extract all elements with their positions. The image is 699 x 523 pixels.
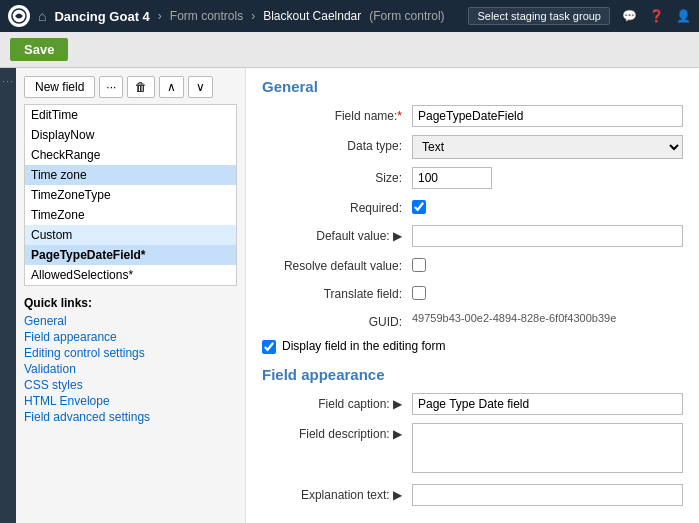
savebar: Save xyxy=(0,32,699,68)
left-panel: New field ··· 🗑 ∧ ∨ EditTime DisplayNow … xyxy=(16,68,246,523)
field-item-custom[interactable]: Custom xyxy=(25,225,236,245)
topbar-right: Select staging task group 💬 ❓ 👤 xyxy=(468,7,691,25)
staging-group-selector[interactable]: Select staging task group xyxy=(468,7,610,25)
guid-value: 49759b43-00e2-4894-828e-6f0f4300b39e xyxy=(412,311,683,325)
delete-field-button[interactable]: 🗑 xyxy=(127,76,155,98)
ql-validation[interactable]: Validation xyxy=(24,362,237,376)
breadcrumb-form-controls[interactable]: Form controls xyxy=(170,9,243,23)
more-options-button[interactable]: ··· xyxy=(99,76,123,98)
fields-toolbar: New field ··· 🗑 ∧ ∨ xyxy=(24,76,237,98)
required-value xyxy=(412,197,683,217)
explanation-text-label: Explanation text: ▶ xyxy=(262,484,412,502)
translate-field-label: Translate field: xyxy=(262,283,412,301)
data-type-select[interactable]: Text Integer DateTime Boolean xyxy=(412,135,683,159)
ql-css-styles[interactable]: CSS styles xyxy=(24,378,237,392)
default-value-row: Default value: ▶ xyxy=(262,225,683,247)
default-value-input[interactable] xyxy=(412,225,683,247)
field-description-value xyxy=(412,423,683,476)
home-icon[interactable]: ⌂ xyxy=(38,8,46,24)
resolve-default-label: Resolve default value: xyxy=(262,255,412,273)
breadcrumb-sep2: › xyxy=(251,9,255,23)
guid-text: 49759b43-00e2-4894-828e-6f0f4300b39e xyxy=(412,309,616,324)
field-description-row: Field description: ▶ xyxy=(262,423,683,476)
breadcrumb-sub: (Form control) xyxy=(369,9,444,23)
display-field-row: Display field in the editing form xyxy=(262,337,683,354)
guid-label: GUID: xyxy=(262,311,412,329)
fields-container: EditTime DisplayNow CheckRange Time zone… xyxy=(24,104,237,286)
breadcrumb-blackout[interactable]: Blackout Caelndar xyxy=(263,9,361,23)
help-icon[interactable]: ❓ xyxy=(649,9,664,23)
right-panel: General Field name: Data type: Text Inte… xyxy=(246,68,699,523)
translate-field-row: Translate field: xyxy=(262,283,683,303)
left-strip: ··· xyxy=(0,68,16,523)
ql-field-appearance[interactable]: Field appearance xyxy=(24,330,237,344)
field-item-timezone[interactable]: TimeZone xyxy=(25,205,236,225)
field-caption-label: Field caption: ▶ xyxy=(262,393,412,411)
explanation-text-row: Explanation text: ▶ xyxy=(262,484,683,506)
chat-icon[interactable]: 💬 xyxy=(622,9,637,23)
data-type-row: Data type: Text Integer DateTime Boolean xyxy=(262,135,683,159)
data-type-label: Data type: xyxy=(262,135,412,153)
field-name-value xyxy=(412,105,683,127)
fields-list: EditTime DisplayNow CheckRange Time zone… xyxy=(24,104,237,286)
strip-dots: ··· xyxy=(2,76,13,87)
field-item-displaynow[interactable]: DisplayNow xyxy=(25,125,236,145)
new-field-button[interactable]: New field xyxy=(24,76,95,98)
topbar: ⌂ Dancing Goat 4 › Form controls › Black… xyxy=(0,0,699,32)
required-checkbox[interactable] xyxy=(412,200,426,214)
field-name-row: Field name: xyxy=(262,105,683,127)
quick-links: Quick links: General Field appearance Ed… xyxy=(24,296,237,426)
field-item-pagetypedatefield[interactable]: PageTypeDateField* xyxy=(25,245,236,265)
translate-field-value xyxy=(412,283,683,303)
field-name-input[interactable] xyxy=(412,105,683,127)
field-item-checkrange[interactable]: CheckRange xyxy=(25,145,236,165)
breadcrumb-sep1: › xyxy=(158,9,162,23)
display-field-label: Display field in the editing form xyxy=(282,339,445,353)
default-value-value xyxy=(412,225,683,247)
ql-general[interactable]: General xyxy=(24,314,237,328)
save-button[interactable]: Save xyxy=(10,38,68,61)
size-label: Size: xyxy=(262,167,412,185)
section-appearance-title: Field appearance xyxy=(262,366,683,383)
required-label: Required: xyxy=(262,197,412,215)
translate-field-checkbox[interactable] xyxy=(412,286,426,300)
section-general-title: General xyxy=(262,78,683,95)
user-icon[interactable]: 👤 xyxy=(676,9,691,23)
move-up-button[interactable]: ∧ xyxy=(159,76,184,98)
display-field-checkbox[interactable] xyxy=(262,340,276,354)
app-name[interactable]: Dancing Goat 4 xyxy=(54,9,149,24)
field-description-label: Field description: ▶ xyxy=(262,423,412,441)
logo[interactable] xyxy=(8,5,30,27)
resolve-default-row: Resolve default value: xyxy=(262,255,683,275)
resolve-default-value xyxy=(412,255,683,275)
ql-editing-control-settings[interactable]: Editing control settings xyxy=(24,346,237,360)
quick-links-title: Quick links: xyxy=(24,296,237,310)
move-down-button[interactable]: ∨ xyxy=(188,76,213,98)
data-type-value: Text Integer DateTime Boolean xyxy=(412,135,683,159)
size-value xyxy=(412,167,683,189)
field-item-timezone-label[interactable]: Time zone xyxy=(25,165,236,185)
field-description-textarea[interactable] xyxy=(412,423,683,473)
ql-field-advanced-settings[interactable]: Field advanced settings xyxy=(24,410,237,424)
field-caption-row: Field caption: ▶ xyxy=(262,393,683,415)
ql-html-envelope[interactable]: HTML Envelope xyxy=(24,394,237,408)
size-input[interactable] xyxy=(412,167,492,189)
field-item-timezonetype[interactable]: TimeZoneType xyxy=(25,185,236,205)
guid-row: GUID: 49759b43-00e2-4894-828e-6f0f4300b3… xyxy=(262,311,683,329)
required-row: Required: xyxy=(262,197,683,217)
default-value-label: Default value: ▶ xyxy=(262,225,412,243)
main-layout: ··· New field ··· 🗑 ∧ ∨ EditTime Display… xyxy=(0,68,699,523)
explanation-text-value xyxy=(412,484,683,506)
field-caption-input[interactable] xyxy=(412,393,683,415)
field-name-label: Field name: xyxy=(262,105,412,123)
explanation-text-input[interactable] xyxy=(412,484,683,506)
resolve-default-checkbox[interactable] xyxy=(412,258,426,272)
field-caption-value xyxy=(412,393,683,415)
field-item-edittime[interactable]: EditTime xyxy=(25,105,236,125)
field-item-allowedselections[interactable]: AllowedSelections* xyxy=(25,265,236,285)
size-row: Size: xyxy=(262,167,683,189)
